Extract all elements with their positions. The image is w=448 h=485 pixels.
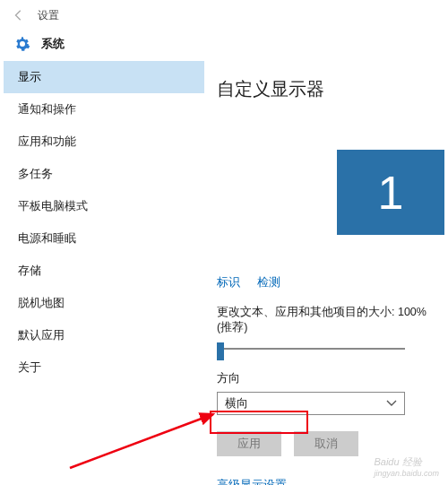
header: 系统 xyxy=(4,27,444,61)
orientation-label: 方向 xyxy=(217,371,444,386)
monitor-preview: 1 xyxy=(217,114,444,266)
sidebar-item-label: 多任务 xyxy=(18,166,53,182)
gear-icon xyxy=(14,36,30,52)
advanced-display-link[interactable]: 高级显示设置 xyxy=(217,477,287,485)
sidebar-item-label: 显示 xyxy=(18,69,41,85)
button-row: 应用 取消 xyxy=(217,431,444,456)
header-title: 系统 xyxy=(41,36,65,52)
cancel-button[interactable]: 取消 xyxy=(294,431,358,456)
slider-thumb[interactable] xyxy=(217,342,224,360)
sidebar: 显示 通知和操作 应用和功能 多任务 平板电脑模式 电源和睡眠 存储 脱机地图 … xyxy=(4,61,204,481)
back-button[interactable] xyxy=(9,5,29,25)
sidebar-item-maps[interactable]: 脱机地图 xyxy=(4,287,204,319)
sidebar-item-multitask[interactable]: 多任务 xyxy=(4,158,204,190)
sidebar-item-storage[interactable]: 存储 xyxy=(4,255,204,287)
arrow-left-icon xyxy=(13,9,25,22)
monitor-1[interactable]: 1 xyxy=(337,150,444,235)
identify-link[interactable]: 标识 xyxy=(217,276,240,289)
sidebar-item-display[interactable]: 显示 xyxy=(4,61,204,93)
sidebar-item-label: 应用和功能 xyxy=(18,134,76,150)
sidebar-item-label: 通知和操作 xyxy=(18,101,76,117)
main-panel: 自定义显示器 1 标识 检测 更改文本、应用和其他项目的大小: 100% (推荐… xyxy=(204,61,444,481)
sidebar-item-apps[interactable]: 应用和功能 xyxy=(4,126,204,158)
sidebar-item-notifications[interactable]: 通知和操作 xyxy=(4,93,204,126)
chevron-down-icon xyxy=(386,400,397,407)
sidebar-item-tablet[interactable]: 平板电脑模式 xyxy=(4,190,204,222)
sidebar-item-about[interactable]: 关于 xyxy=(4,351,204,384)
monitor-number: 1 xyxy=(378,166,404,220)
sidebar-item-label: 默认应用 xyxy=(18,327,65,343)
window-title: 设置 xyxy=(38,8,59,23)
button-label: 应用 xyxy=(237,437,261,452)
sidebar-item-label: 关于 xyxy=(18,359,41,376)
sidebar-item-label: 存储 xyxy=(18,263,41,279)
scale-slider[interactable] xyxy=(217,341,405,357)
titlebar: 设置 xyxy=(4,4,444,27)
monitor-links: 标识 检测 xyxy=(217,275,444,290)
sidebar-item-label: 平板电脑模式 xyxy=(18,198,88,214)
apply-button[interactable]: 应用 xyxy=(217,431,281,456)
slider-track xyxy=(217,348,405,350)
sidebar-item-label: 电源和睡眠 xyxy=(18,230,76,247)
sidebar-item-label: 脱机地图 xyxy=(18,295,65,311)
sidebar-item-power[interactable]: 电源和睡眠 xyxy=(4,222,204,255)
scale-label: 更改文本、应用和其他项目的大小: 100% (推荐) xyxy=(217,305,444,335)
orientation-value: 横向 xyxy=(225,396,248,411)
sidebar-item-default-apps[interactable]: 默认应用 xyxy=(4,319,204,351)
detect-link[interactable]: 检测 xyxy=(257,276,280,289)
orientation-select[interactable]: 横向 xyxy=(217,392,405,415)
page-title: 自定义显示器 xyxy=(217,77,444,101)
button-label: 取消 xyxy=(314,437,338,452)
